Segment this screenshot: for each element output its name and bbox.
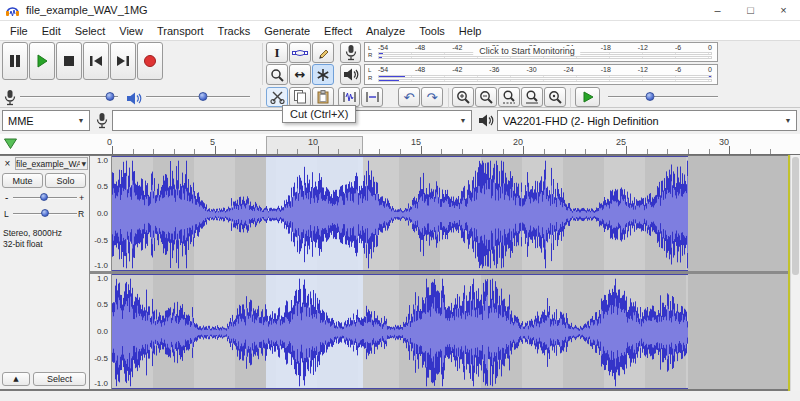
- playback-meter-right-label: R: [368, 75, 372, 82]
- playback-volume-thumb[interactable]: [199, 92, 208, 101]
- recording-meter[interactable]: L R -54-48-42-36-30-24-18-12-60 Click to…: [364, 42, 718, 62]
- select-track-button[interactable]: Select: [33, 372, 86, 386]
- skip-to-start-button[interactable]: [83, 42, 109, 80]
- vertical-scrollbar-thumb[interactable]: [792, 157, 799, 275]
- menu-edit[interactable]: Edit: [35, 25, 68, 37]
- copy-button[interactable]: [289, 87, 311, 107]
- menubar: File Edit Select View Transport Tracks G…: [0, 21, 800, 40]
- menu-generate[interactable]: Generate: [257, 25, 317, 37]
- menu-file[interactable]: File: [3, 25, 35, 37]
- record-button[interactable]: [137, 42, 163, 80]
- copy-icon: [293, 90, 307, 104]
- pan-right-label: R: [78, 209, 84, 219]
- monitoring-overlay[interactable]: Click to Start Monitoring: [473, 46, 581, 56]
- record-meter-right-label: R: [368, 52, 372, 59]
- solo-button[interactable]: Solo: [45, 173, 86, 188]
- draw-tool-button[interactable]: [312, 42, 334, 63]
- stop-icon: [63, 55, 75, 67]
- zoom-fit-button[interactable]: [521, 87, 543, 107]
- playback-volume-slider[interactable]: [146, 91, 250, 102]
- microphone-icon: [345, 44, 357, 61]
- play-at-speed-icon: [582, 91, 594, 103]
- cut-button[interactable]: [266, 87, 288, 107]
- menu-tools[interactable]: Tools: [412, 25, 452, 37]
- audio-clip-right[interactable]: [112, 274, 688, 389]
- menu-help[interactable]: Help: [452, 25, 489, 37]
- toolbar-separator: [448, 88, 449, 108]
- waveform-channel-left[interactable]: [112, 156, 788, 271]
- audio-clip-left[interactable]: [112, 156, 688, 271]
- audio-host-value: MME: [3, 115, 73, 127]
- audio-host-select[interactable]: MME ▼: [2, 110, 90, 131]
- vertical-ruler-right-channel[interactable]: 1.0 0.5 0.0 -0.5 -1.0: [90, 274, 112, 389]
- redo-icon: ↷: [427, 90, 438, 105]
- recording-volume-thumb[interactable]: [106, 92, 115, 101]
- minimize-button[interactable]: –: [701, 0, 734, 20]
- track-title-bar[interactable]: file_example_WAV ▼: [15, 157, 88, 170]
- undo-button[interactable]: ↶: [398, 87, 420, 107]
- zoom-toggle-button[interactable]: [544, 87, 566, 107]
- pan-thumb[interactable]: [41, 209, 49, 217]
- menu-tracks[interactable]: Tracks: [211, 25, 258, 37]
- zoom-toggle-icon: [548, 90, 562, 104]
- menu-effect[interactable]: Effect: [317, 25, 359, 37]
- playback-meter[interactable]: L R -54-48-42-36-30-24-18-12-60: [364, 64, 718, 85]
- track-close-button[interactable]: ×: [1, 157, 14, 170]
- playback-volume-speaker-icon: [126, 92, 142, 105]
- waveform-svg-right: [112, 275, 688, 389]
- tooltip: Cut (Ctrl+X): [282, 105, 356, 123]
- window-title: file_example_WAV_1MG: [26, 4, 148, 16]
- play-icon: [35, 54, 49, 68]
- menu-select[interactable]: Select: [68, 25, 113, 37]
- track-menu-arrow-icon[interactable]: ▼: [80, 160, 87, 167]
- ibeam-icon: I: [274, 45, 279, 61]
- pan-slider[interactable]: [13, 208, 77, 219]
- menu-transport[interactable]: Transport: [150, 25, 211, 37]
- vertical-ruler-left-channel[interactable]: 1.0 0.5 0.0 -0.5 -1.0: [90, 156, 112, 271]
- menu-analyze[interactable]: Analyze: [359, 25, 412, 37]
- zoom-out-button[interactable]: [475, 87, 497, 107]
- record-meter-button[interactable]: [340, 42, 361, 63]
- vertical-scrollbar[interactable]: [790, 155, 800, 391]
- redo-button[interactable]: ↷: [421, 87, 443, 107]
- silence-audio-button[interactable]: [361, 87, 383, 107]
- zoom-selection-button[interactable]: [498, 87, 520, 107]
- recording-device-mic-icon: [96, 112, 108, 129]
- playback-speed-slider[interactable]: [608, 91, 718, 102]
- play-button[interactable]: [29, 42, 55, 80]
- gain-thumb[interactable]: [40, 193, 48, 201]
- waveform-channel-right[interactable]: [112, 274, 788, 389]
- playback-speed-thumb[interactable]: [645, 92, 654, 101]
- stop-button[interactable]: [56, 42, 82, 80]
- close-button[interactable]: ×: [767, 0, 800, 20]
- playback-meter-button[interactable]: [340, 64, 361, 85]
- timeshift-tool-button[interactable]: ↔: [289, 64, 311, 85]
- zoom-tool-button[interactable]: [266, 64, 288, 85]
- timeline-pin-icon[interactable]: [3, 138, 18, 150]
- play-at-speed-button[interactable]: [575, 87, 600, 107]
- silence-icon: [365, 90, 380, 104]
- recording-volume-mic-icon: [4, 89, 16, 106]
- record-icon: [143, 54, 157, 68]
- pause-button[interactable]: [2, 42, 28, 80]
- timeline-ruler[interactable]: 0 5 10 15 20 25 30: [0, 134, 800, 155]
- zoom-selection-icon: [502, 90, 516, 104]
- menu-view[interactable]: View: [112, 25, 150, 37]
- multi-tool-button[interactable]: [312, 64, 334, 85]
- selection-tool-button[interactable]: I: [266, 42, 288, 63]
- gain-slider[interactable]: [13, 192, 77, 203]
- paste-button[interactable]: [312, 87, 334, 107]
- playback-device-select[interactable]: VA2201-FHD (2- High Definition ▼: [497, 110, 797, 131]
- record-meter-left-label: L: [368, 45, 371, 52]
- clipboard-icon: [316, 90, 330, 104]
- envelope-tool-button[interactable]: [289, 42, 311, 63]
- trim-audio-button[interactable]: [338, 87, 360, 107]
- speaker-icon: [343, 68, 359, 81]
- recording-volume-slider[interactable]: [20, 91, 118, 102]
- maximize-button[interactable]: □: [734, 0, 767, 20]
- skip-to-end-button[interactable]: [110, 42, 136, 80]
- zoom-in-button[interactable]: [452, 87, 474, 107]
- timeshift-icon: ↔: [295, 67, 306, 82]
- collapse-track-button[interactable]: ▲: [2, 372, 30, 386]
- mute-button[interactable]: Mute: [2, 173, 43, 188]
